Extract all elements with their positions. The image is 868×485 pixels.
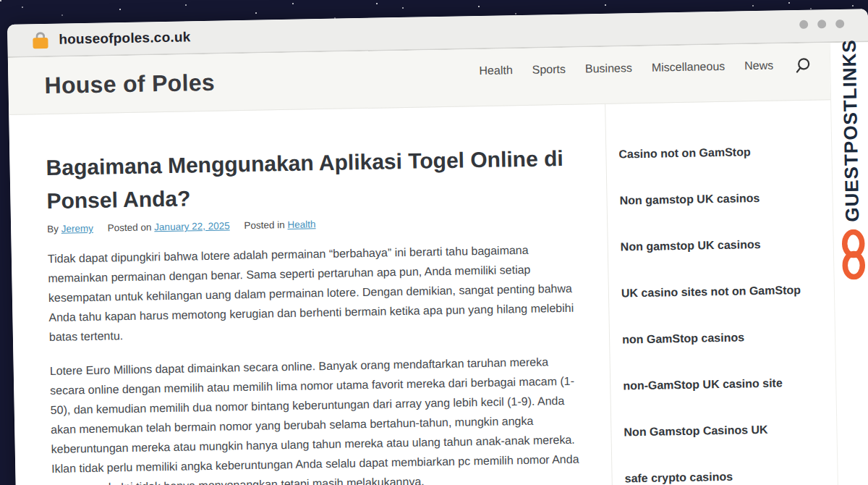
main-content: Bagaimana Menggunakan Aplikasi Togel Onl… <box>9 100 838 485</box>
lock-icon <box>32 31 48 48</box>
article-paragraph: Lotere Euro Millions dapat dimainkan sec… <box>50 352 584 485</box>
sidebar-link-uk-casino-sites[interactable]: UK casino sites not on GamStop <box>621 282 822 300</box>
author-link[interactable]: Jeremy <box>61 223 94 235</box>
site-area: House of Poles Health Sports Business Mi… <box>8 43 838 485</box>
window-body: House of Poles Health Sports Business Mi… <box>8 42 868 485</box>
sidebar-link-non-gamstop-uk-casino-site[interactable]: non-GamStop UK casino site <box>623 375 824 393</box>
brand-strip-text: GUESTPOSTLINKS <box>838 48 864 222</box>
site-logo[interactable]: House of Poles <box>44 69 215 98</box>
article-title-line1: Bagaimana Menggunakan Aplikasi Togel Onl… <box>46 146 563 180</box>
browser-window: houseofpoles.co.uk House of Poles Health… <box>7 9 868 485</box>
address-bar[interactable]: houseofpoles.co.uk <box>59 29 190 47</box>
sidebar-link-safe-crypto-casinos[interactable]: safe crypto casinos <box>624 468 825 485</box>
sidebar-link-non-gamstop-uk-casinos-2[interactable]: Non gamstop UK casinos <box>621 236 822 254</box>
sidebar-link-non-gamstop-casinos-uk[interactable]: Non Gamstop Casinos UK <box>624 421 825 439</box>
search-icon[interactable] <box>795 56 811 73</box>
date-link[interactable]: January 22, 2025 <box>154 220 230 232</box>
byline-category-group: Posted in Health <box>244 219 315 231</box>
article: Bagaimana Menggunakan Aplikasi Togel Onl… <box>9 104 613 485</box>
article-byline: By Jeremy Posted on January 22, 2025 Pos… <box>47 214 579 235</box>
star-field <box>0 0 1 1</box>
sidebar-link-casino-not-on-gamstop[interactable]: Casino not on GamStop <box>618 143 820 161</box>
nav-item-health[interactable]: Health <box>479 64 513 77</box>
window-control-dot[interactable] <box>799 20 808 29</box>
window-control-dot[interactable] <box>817 20 826 28</box>
sidebar: Casino not on GamStop Non gamstop UK cas… <box>605 100 838 485</box>
article-paragraph: Tidak dapat dipungkiri bahwa lotere adal… <box>48 240 581 347</box>
sidebar-link-non-gamstop-uk-casinos-1[interactable]: Non gamstop UK casinos <box>619 190 820 208</box>
nav-item-miscellaneous[interactable]: Miscellaneous <box>652 60 726 75</box>
sidebar-link-non-gamstop-casinos[interactable]: non GamStop casinos <box>622 329 823 347</box>
posted-on-label: Posted on <box>108 222 152 233</box>
nav-item-sports[interactable]: Sports <box>532 63 566 77</box>
article-title-line2: Ponsel Anda? <box>46 186 190 213</box>
nav-item-news[interactable]: News <box>744 59 773 73</box>
chain-link-icon <box>838 229 868 283</box>
main-nav: Health Sports Business Miscellaneous New… <box>479 59 773 77</box>
lock-body <box>33 37 48 48</box>
window-controls[interactable] <box>799 20 844 29</box>
by-label: By <box>47 224 59 235</box>
byline-date-group: Posted on January 22, 2025 <box>108 220 230 233</box>
nav-item-business[interactable]: Business <box>585 62 632 75</box>
posted-in-label: Posted in <box>244 219 285 231</box>
category-link[interactable]: Health <box>287 219 315 230</box>
window-control-dot[interactable] <box>835 20 844 28</box>
byline-author-group: By Jeremy <box>47 223 93 235</box>
article-title: Bagaimana Menggunakan Aplikasi Togel Onl… <box>46 142 579 218</box>
